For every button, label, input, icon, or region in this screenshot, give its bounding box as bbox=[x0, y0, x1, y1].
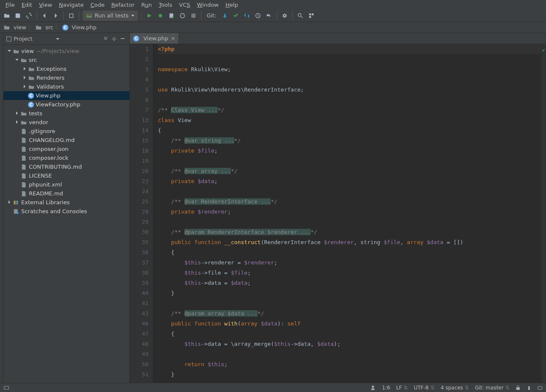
svg-rect-0 bbox=[70, 14, 73, 17]
svg-rect-2 bbox=[87, 14, 91, 15]
menu-run[interactable]: Run bbox=[138, 1, 155, 8]
chevron-right-icon: 〉 bbox=[55, 24, 61, 31]
main-area: Project view~/Projects/viewsrcExceptions… bbox=[0, 33, 546, 383]
breadcrumb-root[interactable]: view bbox=[3, 24, 26, 31]
hide-icon[interactable] bbox=[118, 36, 127, 42]
tree-item[interactable]: Renderers bbox=[3, 73, 129, 82]
structure-icon[interactable] bbox=[307, 11, 316, 20]
run-icon[interactable] bbox=[145, 11, 154, 20]
chevron-right-icon: 〉 bbox=[28, 24, 34, 31]
breadcrumb: view 〉 src 〉 C View.php bbox=[0, 22, 546, 33]
tree-item[interactable]: CViewFactory.php bbox=[3, 100, 129, 109]
search-icon[interactable] bbox=[296, 11, 305, 20]
svg-rect-5 bbox=[191, 14, 196, 18]
menu-code[interactable]: Code bbox=[87, 1, 107, 8]
menu-view[interactable]: View bbox=[36, 1, 55, 8]
svg-point-21 bbox=[372, 385, 374, 387]
svg-point-8 bbox=[298, 13, 301, 16]
svg-point-7 bbox=[284, 15, 286, 17]
status-git-branch[interactable]: Git: master ⇅ bbox=[475, 385, 510, 391]
stop-icon[interactable] bbox=[189, 11, 198, 20]
menu-file[interactable]: File bbox=[3, 1, 18, 8]
left-gutter bbox=[0, 33, 3, 383]
collapse-icon[interactable] bbox=[101, 36, 110, 42]
tree-item[interactable]: tests bbox=[3, 109, 129, 118]
save-all-icon[interactable] bbox=[14, 11, 22, 20]
git-update-icon[interactable] bbox=[221, 11, 229, 20]
tab-bar: C View.php × bbox=[130, 33, 546, 44]
breadcrumb-src[interactable]: src bbox=[35, 24, 53, 31]
status-encoding[interactable]: UTF-8 ⇅ bbox=[414, 385, 434, 391]
tree-item[interactable]: CView.php bbox=[3, 91, 129, 100]
menu-window[interactable]: Window bbox=[194, 1, 221, 8]
php-icon: C bbox=[133, 36, 139, 42]
menu-navigate[interactable]: Navigate bbox=[56, 1, 87, 8]
tool-window-toggle-icon[interactable] bbox=[3, 385, 9, 391]
project-panel-header: Project bbox=[3, 33, 129, 45]
svg-rect-10 bbox=[312, 13, 314, 15]
debug-icon[interactable] bbox=[156, 11, 165, 20]
tree-item[interactable]: src bbox=[3, 56, 129, 64]
tree-item[interactable]: Scratches and Consoles bbox=[3, 207, 129, 216]
hector-icon[interactable] bbox=[370, 385, 376, 391]
profile-icon[interactable] bbox=[178, 11, 187, 20]
menu-help[interactable]: Help bbox=[223, 1, 241, 8]
svg-rect-25 bbox=[538, 386, 542, 389]
toolbar: Run all tests Git: bbox=[0, 9, 546, 22]
git-compare-icon[interactable] bbox=[243, 11, 251, 20]
svg-rect-9 bbox=[309, 13, 311, 15]
memory-icon[interactable] bbox=[526, 385, 532, 390]
tree-item[interactable]: External Libraries bbox=[3, 198, 129, 207]
tree-item[interactable]: README.md bbox=[3, 189, 129, 198]
menu-refactor[interactable]: Refactor bbox=[108, 1, 137, 8]
build-icon[interactable] bbox=[67, 11, 76, 20]
git-revert-icon[interactable] bbox=[265, 11, 273, 20]
editor-marker-strip[interactable]: ✔ bbox=[541, 44, 546, 383]
tree-item[interactable]: Validators bbox=[3, 82, 129, 91]
menu-tools[interactable]: Tools bbox=[156, 1, 175, 8]
notify-icon[interactable] bbox=[538, 385, 543, 390]
run-config-label: Run all tests bbox=[95, 12, 129, 19]
project-panel: Project view~/Projects/viewsrcExceptions… bbox=[3, 33, 130, 383]
tree-item[interactable]: vendor bbox=[3, 118, 129, 127]
status-indent[interactable]: 4 spaces ⇅ bbox=[440, 385, 469, 391]
tree-item[interactable]: LICENSE bbox=[3, 171, 129, 180]
status-line-sep[interactable]: LF ⇅ bbox=[396, 385, 408, 391]
tree-item[interactable]: CONTRIBUTING.md bbox=[3, 162, 129, 171]
tree-item[interactable]: CHANGELOG.md bbox=[3, 136, 129, 145]
lock-icon[interactable] bbox=[515, 385, 521, 390]
close-icon[interactable]: × bbox=[171, 35, 176, 42]
git-history-icon[interactable] bbox=[254, 11, 262, 20]
settings-icon[interactable] bbox=[280, 11, 289, 20]
code-content[interactable]: <?php namespace Rkulik\View; use Rkulik\… bbox=[153, 44, 541, 383]
chevron-down-icon[interactable] bbox=[56, 37, 59, 41]
forward-icon[interactable] bbox=[51, 11, 60, 20]
svg-rect-22 bbox=[516, 387, 520, 390]
back-icon[interactable] bbox=[40, 11, 49, 20]
tab-view-php[interactable]: C View.php × bbox=[130, 33, 179, 44]
tree-item[interactable]: phpunit.xml bbox=[3, 180, 129, 189]
tree-item[interactable]: composer.json bbox=[3, 145, 129, 153]
analysis-ok-icon: ✔ bbox=[542, 45, 545, 55]
project-title: Project bbox=[14, 36, 56, 42]
tree-item[interactable]: view~/Projects/view bbox=[3, 47, 129, 56]
open-icon[interactable] bbox=[3, 11, 11, 20]
menu-edit[interactable]: Edit bbox=[19, 1, 35, 8]
gear-icon[interactable] bbox=[110, 36, 118, 42]
code-editor[interactable]: 1234567131415181920232425282930353637383… bbox=[130, 44, 546, 383]
status-caret-pos[interactable]: 1:6 bbox=[382, 385, 390, 391]
tree-item[interactable]: composer.lock bbox=[3, 153, 129, 162]
run-config-dropdown[interactable]: Run all tests bbox=[83, 11, 138, 21]
menu-vcs[interactable]: VCS bbox=[176, 1, 193, 8]
menubar: FileEditViewNavigateCodeRefactorRunTools… bbox=[0, 0, 546, 9]
coverage-icon[interactable] bbox=[167, 11, 176, 20]
tree-item[interactable]: .gitignore bbox=[3, 127, 129, 136]
svg-point-23 bbox=[528, 386, 530, 388]
tree-item[interactable]: Exceptions bbox=[3, 64, 129, 73]
svg-point-3 bbox=[159, 14, 162, 17]
git-commit-icon[interactable] bbox=[232, 11, 240, 20]
project-tree[interactable]: view~/Projects/viewsrcExceptionsRenderer… bbox=[3, 45, 129, 383]
project-icon bbox=[6, 36, 12, 42]
breadcrumb-file[interactable]: C View.php bbox=[62, 24, 97, 31]
sync-icon[interactable] bbox=[25, 11, 33, 20]
